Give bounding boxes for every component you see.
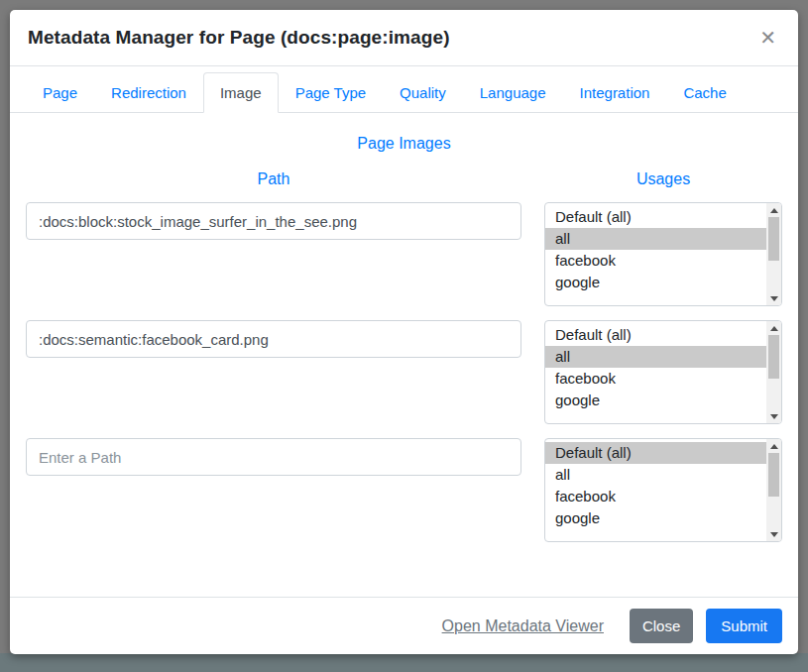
scrollbar-down-arrow-icon[interactable] xyxy=(766,409,781,423)
image-row: Default (all) all facebook google xyxy=(26,438,782,542)
usage-option-facebook[interactable]: facebook xyxy=(545,250,766,272)
scrollbar-up-arrow-icon[interactable] xyxy=(766,203,781,217)
usage-option-default-all[interactable]: Default (all) xyxy=(545,206,766,228)
tab-bar: Page Redirection Image Page Type Quality… xyxy=(10,72,798,113)
scrollbar-thumb[interactable] xyxy=(768,453,779,497)
usages-listbox-1[interactable]: Default (all) all facebook google xyxy=(544,202,782,306)
dialog-title: Metadata Manager for Page (docs:page:ima… xyxy=(28,27,450,49)
scrollbar-thumb[interactable] xyxy=(768,335,779,379)
open-metadata-viewer-link[interactable]: Open Metadata Viewer xyxy=(442,617,604,635)
usages-options: Default (all) all facebook google xyxy=(545,321,766,423)
usage-option-default-all[interactable]: Default (all) xyxy=(545,324,766,346)
tab-image[interactable]: Image xyxy=(203,72,279,113)
path-input-1[interactable] xyxy=(26,202,521,240)
tab-page-type[interactable]: Page Type xyxy=(279,72,383,113)
scrollbar-down-arrow-icon[interactable] xyxy=(766,291,781,305)
scrollbar-thumb[interactable] xyxy=(768,217,779,261)
dialog-footer: Open Metadata Viewer Close Submit xyxy=(10,597,798,654)
usages-listbox-3[interactable]: Default (all) all facebook google xyxy=(544,438,782,542)
usage-option-google[interactable]: google xyxy=(545,507,766,529)
usage-option-default-all[interactable]: Default (all) xyxy=(545,442,766,464)
usage-option-all[interactable]: all xyxy=(545,346,766,368)
close-icon[interactable]: ✕ xyxy=(755,26,780,50)
listbox-scrollbar[interactable] xyxy=(766,321,781,423)
scrollbar-up-arrow-icon[interactable] xyxy=(766,321,781,335)
listbox-scrollbar[interactable] xyxy=(766,439,781,541)
path-input-new[interactable] xyxy=(26,438,521,476)
image-row: Default (all) all facebook google xyxy=(26,320,782,424)
usage-option-facebook[interactable]: facebook xyxy=(545,368,766,390)
usages-options: Default (all) all facebook google xyxy=(545,203,766,305)
scrollbar-down-arrow-icon[interactable] xyxy=(766,527,781,541)
dialog-header: Metadata Manager for Page (docs:page:ima… xyxy=(10,10,798,66)
page-images-heading: Page Images xyxy=(26,135,782,153)
usage-option-all[interactable]: all xyxy=(545,228,766,250)
usage-option-facebook[interactable]: facebook xyxy=(545,486,766,507)
usages-column-header: Usages xyxy=(544,170,782,188)
modal-backdrop[interactable]: Metadata Manager for Page (docs:page:ima… xyxy=(0,0,808,672)
scrollbar-up-arrow-icon[interactable] xyxy=(766,439,781,453)
columns-header: Path Usages xyxy=(26,170,782,188)
image-row: Default (all) all facebook google xyxy=(26,202,782,306)
dialog-body: Page Images Path Usages Default (all) al… xyxy=(10,113,798,597)
tab-integration[interactable]: Integration xyxy=(563,72,667,113)
tab-redirection[interactable]: Redirection xyxy=(94,72,203,113)
close-button[interactable]: Close xyxy=(630,609,693,643)
listbox-scrollbar[interactable] xyxy=(766,203,781,305)
submit-button[interactable]: Submit xyxy=(706,609,782,643)
usages-listbox-2[interactable]: Default (all) all facebook google xyxy=(544,320,782,424)
usage-option-google[interactable]: google xyxy=(545,272,766,293)
tab-cache[interactable]: Cache xyxy=(666,72,743,113)
usage-option-all[interactable]: all xyxy=(545,464,766,486)
metadata-manager-dialog: Metadata Manager for Page (docs:page:ima… xyxy=(10,10,798,654)
path-input-2[interactable] xyxy=(26,320,521,358)
tab-quality[interactable]: Quality xyxy=(383,72,463,113)
usages-options: Default (all) all facebook google xyxy=(545,439,766,541)
tab-page[interactable]: Page xyxy=(26,72,94,113)
path-column-header: Path xyxy=(26,170,521,188)
usage-option-google[interactable]: google xyxy=(545,390,766,411)
tab-language[interactable]: Language xyxy=(463,72,563,113)
